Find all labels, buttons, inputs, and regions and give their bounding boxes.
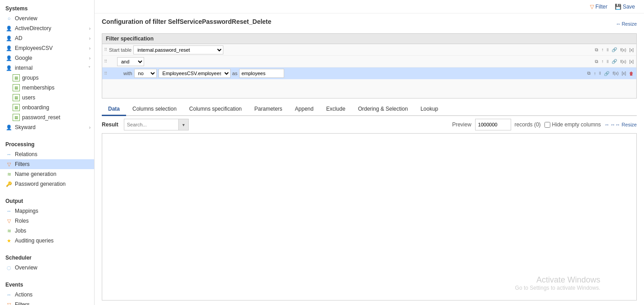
audit-icon: ★ [5,237,13,244]
sidebar-item-ad[interactable]: 👤 AD › [0,33,94,43]
row-actions: ⧉ ↑ ⦀ 🔗 f(x) [x] [594,58,635,65]
drag-handle-icon[interactable]: ⠿ [104,71,107,76]
sidebar-item-relations[interactable]: ↔ Relations [0,149,94,159]
chevron-right-icon: › [89,56,91,61]
sidebar-item-name-generation[interactable]: ≋ Name generation [0,169,94,179]
start-table-select[interactable]: internal.password_reset [133,45,223,54]
sidebar-item-roles[interactable]: ▽ Roles [0,216,94,226]
save-button[interactable]: 💾 Save [611,2,639,11]
tab-columns-selection[interactable]: Columns selection [126,103,183,116]
sidebar-item-activedirectory[interactable]: 👤 ActiveDirectory › [0,23,94,33]
sidebar-item-label: Password generation [15,181,66,187]
resize-icon: ↔ [616,21,621,27]
tab-ordering-selection[interactable]: Ordering & Selection [352,103,414,116]
sidebar-item-internal[interactable]: 👤 internal ˅ [0,63,94,73]
section-title-processing: Processing [0,138,94,149]
sidebar-item-overview[interactable]: ○ Overview [0,13,94,23]
arrows-action-btn[interactable]: [x] [628,59,635,64]
fx-action-btn[interactable]: f(x) [619,47,627,53]
result-right: Preview records (0) Hide empty columns ↔… [452,119,637,130]
sidebar-item-groups[interactable]: ▦ groups [0,73,94,83]
sidebar-item-sched-overview[interactable]: ◌ Overview [0,263,94,273]
search-input[interactable] [124,119,178,130]
sidebar-item-users[interactable]: ▦ users [0,93,94,103]
row-content: Start table internal.password_reset [109,45,594,54]
resize-label: ↔↔ Resize [610,122,637,127]
sidebar-item-label: Overview [15,15,37,22]
columns-action-btn[interactable]: ⦀ [598,70,602,76]
no-select[interactable]: no [134,69,157,78]
user-icon: 👤 [5,25,13,32]
table-icon: ▦ [13,104,20,111]
alias-input[interactable] [239,69,284,78]
result-resize-link[interactable]: ↔ ↔↔ Resize [604,122,637,127]
sidebar-item-memberships[interactable]: ▦ memberships [0,83,94,93]
filter-spec-body: ⠿ Start table internal.password_reset ⧉ … [102,44,636,98]
filter-dropdown-btn[interactable]: ▾ [178,119,188,130]
sidebar-item-jobs[interactable]: ≋ Jobs [0,226,94,236]
arrows-action-btn[interactable]: [x] [628,47,635,53]
tab-parameters[interactable]: Parameters [248,103,289,116]
sidebar-item-label: ActiveDirectory [15,25,51,31]
resize-link-top[interactable]: ↔ Resize [616,21,637,27]
table-icon: ▦ [13,74,20,81]
sidebar: Systems ○ Overview 👤 ActiveDirectory › 👤… [0,0,95,305]
fx-action-btn[interactable]: f(x) [612,71,619,76]
link-action-btn[interactable]: 🔗 [611,47,618,53]
table-icon: ▦ [13,94,20,101]
records-info: records (0) [515,121,541,128]
sidebar-item-filters[interactable]: ▽ Filters [0,159,94,169]
filter-row-and: ⠿ and ⧉ ↑ ⦀ 🔗 f(x) [x] [102,56,636,67]
up-action-btn[interactable]: ↑ [600,58,604,64]
sidebar-item-event-filters[interactable]: ▽ Filters [0,300,94,305]
chevron-right-icon: › [89,46,91,51]
map-icon: ↔ [5,207,13,215]
user-icon: 👤 [5,124,13,131]
copy-action-btn[interactable]: ⧉ [594,58,599,65]
user-icon: 👤 [5,64,13,72]
preview-label: Preview [452,121,472,128]
sidebar-item-actions[interactable]: ↔ Actions [0,290,94,300]
tab-columns-specification[interactable]: Columns specification [183,103,248,116]
sidebar-item-skyward[interactable]: 👤 Skyward › [0,122,94,132]
drag-handle-icon[interactable]: ⠿ [104,59,107,64]
up-action-btn[interactable]: ↑ [593,71,597,76]
hide-empty-columns-checkbox[interactable] [544,122,550,128]
sidebar-item-onboarding[interactable]: ▦ onboarding [0,103,94,112]
filter-spec-header: Filter specification [102,34,636,44]
result-area: Result ▾ Preview records (0) Hide empty … [102,116,637,301]
watermark-line2: Go to Settings to activate Windows. [515,285,600,291]
preview-input[interactable] [475,119,511,130]
and-select[interactable]: and [117,57,144,66]
copy-action-btn[interactable]: ⧉ [586,70,591,76]
tab-lookup[interactable]: Lookup [414,103,444,116]
arrows-action-btn[interactable]: [x] [621,71,627,76]
fx-action-btn[interactable]: f(x) [619,59,627,64]
sidebar-item-label: Roles [15,218,29,224]
sidebar-item-label: internal [15,65,32,71]
copy-action-btn[interactable]: ⧉ [594,47,599,53]
columns-action-btn[interactable]: ⦀ [606,47,609,53]
drag-handle-icon[interactable]: ⠿ [104,47,107,52]
columns-action-btn[interactable]: ⦀ [606,58,609,65]
up-action-btn[interactable]: ↑ [600,47,604,53]
sidebar-item-mappings[interactable]: ↔ Mappings [0,206,94,216]
relation-icon: ↔ [5,151,13,158]
tab-exclude[interactable]: Exclude [320,103,352,116]
tab-data[interactable]: Data [102,103,126,116]
sidebar-item-password-reset[interactable]: ▦ password_reset [0,112,94,122]
delete-action-btn[interactable]: 🗑 [628,71,635,76]
sidebar-item-employeescsv[interactable]: 👤 EmployeesCSV › [0,43,94,53]
sidebar-item-label: groups [22,75,39,81]
sidebar-item-password-generation[interactable]: 🔑 Password generation [0,179,94,189]
sidebar-item-auditing-queries[interactable]: ★ Auditing queries [0,236,94,246]
filter-button[interactable]: ▽ Filter [586,2,611,11]
link-action-btn[interactable]: 🔗 [611,58,618,64]
sidebar-item-label: Mappings [15,208,38,214]
sidebar-item-label: Overview [15,265,37,271]
tab-append[interactable]: Append [289,103,320,116]
sidebar-item-google[interactable]: 👤 Google › [0,53,94,63]
table-select[interactable]: EmployeesCSV.employees [159,69,231,78]
chevron-right-icon: › [89,125,91,130]
link-action-btn[interactable]: 🔗 [603,71,610,76]
